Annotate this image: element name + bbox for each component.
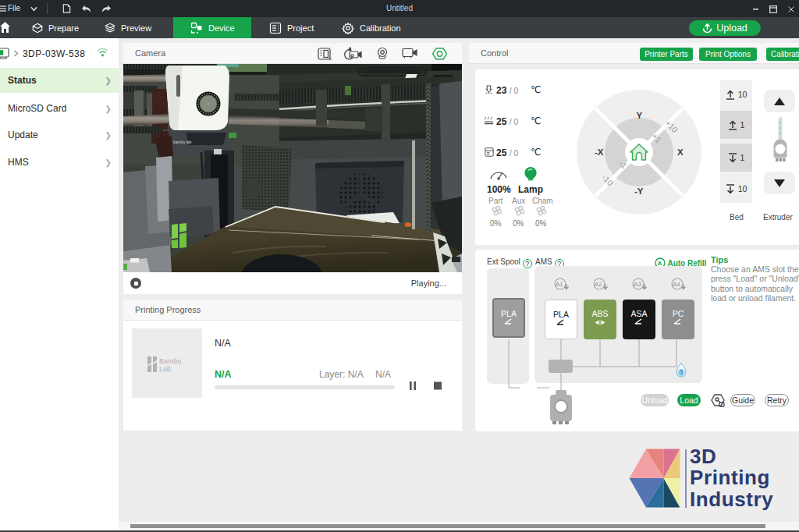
svg-text:bambu lab: bambu lab [173, 140, 192, 144]
svg-text:X: X [677, 147, 684, 157]
svg-text:A1: A1 [556, 281, 563, 288]
svg-text:Bambu: Bambu [159, 357, 182, 365]
svg-text:x: x [329, 56, 332, 61]
svg-text:A2: A2 [595, 281, 602, 288]
svg-text:-Y: -Y [634, 186, 644, 196]
svg-text:3: 3 [680, 368, 684, 376]
svg-text:Lab: Lab [159, 365, 171, 372]
svg-text:A4: A4 [673, 281, 680, 288]
svg-text:-X: -X [595, 147, 604, 157]
svg-text:A3: A3 [634, 281, 641, 288]
svg-text:Y: Y [637, 111, 643, 120]
